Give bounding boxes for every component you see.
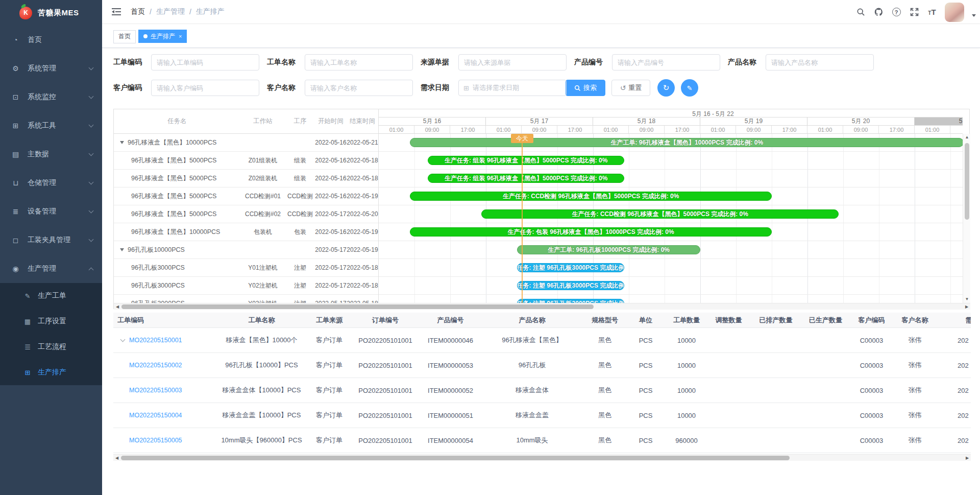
gantt-task-row[interactable]: 96孔孔板10000PCS2022-05-172022-05-19 [114, 241, 378, 259]
sidebar-item-monitor[interactable]: ⊡系统监控 [0, 83, 102, 111]
gantt-task-row[interactable]: 96孔孔板3000PCSY02注塑机注塑2022-05-172022-05-18 [114, 277, 378, 295]
order-link[interactable]: MO202205150005 [129, 437, 182, 444]
gantt-task-row[interactable]: 96孔移液盒【黑色】10000PCS2022-05-162022-05-21 [114, 134, 378, 152]
task-name-cell: 96孔移液盒【黑色】5000PCS [114, 187, 240, 205]
gantt-bar[interactable]: 生产任务: CCD检测 96孔移液盒【黑色】5000PCS 完成比例: 0% [481, 209, 839, 219]
gantt-bar[interactable]: 生产工单: 96孔移液盒【黑色】10000PCS 完成比例: 0% [410, 138, 963, 147]
breadcrumb-item[interactable]: 首页 [131, 7, 145, 16]
gantt-bar[interactable]: 生产任务: 组装 96孔移液盒【黑色】5000PCS 完成比例: 0% [428, 156, 624, 165]
scroll-left-icon[interactable]: ◀ [114, 303, 121, 310]
gantt-task-row[interactable]: 96孔移液盒【黑色】5000PCSCCD检测#01CCD检测2022-05-16… [114, 187, 378, 205]
gantt-task-table-header: 任务名工作站工序开始时间结束时间 [114, 109, 378, 134]
order-link[interactable]: MO202205150002 [129, 362, 182, 369]
gantt-task-row[interactable]: 96孔孔板3000PCSY01注塑机注塑2022-05-172022-05-18 [114, 259, 378, 277]
sidebar-item-master-data[interactable]: ▤主数据 [0, 140, 102, 169]
filter-input[interactable] [612, 54, 720, 70]
tree-expand-icon[interactable] [120, 248, 124, 251]
sidebar-menu: ◔首页⚙系统管理⊡系统监控⊞系统工具▤主数据⊔仓储管理≣设备管理◻工装夹具管理◉… [0, 26, 102, 385]
sidebar-item-home[interactable]: ◔首页 [0, 26, 102, 54]
orders-cell-12: C00003 [847, 437, 896, 444]
gantt-column-1: 工作站 [240, 109, 285, 133]
filter-input[interactable] [151, 54, 259, 70]
gantt-column-2: 工序 [285, 109, 315, 133]
scroll-up-icon[interactable]: ▲ [963, 134, 971, 141]
gantt-hscroll-thumb[interactable] [121, 304, 594, 309]
filter-input[interactable] [151, 80, 259, 96]
filter-input[interactable] [458, 54, 567, 70]
table-row[interactable]: MO202205150001移液盒【黑色】10000个客户订单PO2022051… [113, 328, 971, 353]
gantt-vscroll-thumb[interactable] [965, 143, 969, 220]
scroll-right-icon[interactable]: ▶ [963, 303, 970, 310]
sidebar-item-fixture[interactable]: ◻工装夹具管理 [0, 226, 102, 254]
sidebar-item-process-flow[interactable]: ☰工艺流程 [0, 334, 102, 360]
table-row[interactable]: MO202205150004移液盒盒盖【10000】PCS客户订单PO20220… [113, 403, 971, 428]
record-icon: ◉ [11, 265, 20, 273]
gantt-task-row[interactable]: 96孔移液盒【黑色】5000PCSZ01组装机组装2022-05-162022-… [114, 152, 378, 170]
orders-hscroll-thumb[interactable] [121, 456, 790, 460]
order-link[interactable]: MO202205150003 [129, 387, 182, 394]
filter-input[interactable] [766, 54, 874, 70]
order-link[interactable]: MO202205150001 [129, 337, 182, 344]
gantt-horizontal-scrollbar[interactable]: ◀ ▶ [114, 303, 970, 310]
gantt-task-row[interactable]: 96孔移液盒【黑色】5000PCSCCD检测#02CCD检测2022-05-17… [114, 205, 378, 223]
gantt-hour-tick: 17:00 [450, 126, 486, 133]
start-time-cell: 2022-05-16 [315, 157, 347, 164]
sidebar-toggle-icon[interactable] [111, 7, 121, 16]
sidebar-item-tools[interactable]: ⊞系统工具 [0, 111, 102, 140]
tree-expand-icon[interactable] [120, 141, 124, 144]
sidebar-item-production[interactable]: ◉生产管理 [0, 254, 102, 283]
sidebar-item-warehouse[interactable]: ⊔仓储管理 [0, 169, 102, 197]
gantt-task-row[interactable]: 96孔孔板3000PCSY03注塑机注塑2022-05-172022-05-18 [114, 295, 378, 303]
order-link[interactable]: MO202205150004 [129, 412, 182, 419]
search-icon[interactable] [855, 7, 866, 17]
refresh-button[interactable]: ↻ [657, 79, 675, 97]
search-button[interactable]: 搜索 [566, 80, 605, 96]
chevron-down-icon[interactable] [120, 337, 126, 342]
chevron-down-icon[interactable] [972, 14, 976, 17]
orders-cell-2: 客户订单 [306, 361, 352, 370]
font-size-icon[interactable]: TT [927, 7, 937, 17]
help-icon[interactable]: ? [891, 7, 901, 17]
gantt-day-5月 18: 5月 18 [593, 117, 700, 125]
fullscreen-icon[interactable] [909, 7, 919, 17]
scroll-down-icon[interactable]: ▼ [963, 296, 971, 303]
gantt-bar[interactable]: 生产任务: 注塑 96孔孔板3000PCS 完成比例: 0% [517, 281, 624, 290]
gantt-bar[interactable]: 生产任务: 注塑 96孔孔板3000PCS 完成比例: 0% [517, 263, 624, 272]
gantt-bar[interactable]: 生产任务: 注塑 96孔孔板3000PCS 完成比例: 0% [517, 299, 624, 303]
avatar[interactable] [945, 3, 964, 22]
gantt-bar[interactable]: 生产任务: 组装 96孔移液盒【黑色】5000PCS 完成比例: 0% [428, 174, 624, 183]
reset-button[interactable]: ↺ 重置 [611, 80, 650, 96]
orders-column-8: 工单数量 [664, 313, 709, 327]
table-row[interactable]: MO20220515000296孔孔板【10000】PCS客户订单PO20220… [113, 353, 971, 378]
gantt-bar[interactable]: 生产任务: CCD检测 96孔移液盒【黑色】5000PCS 完成比例: 0% [410, 192, 772, 201]
sidebar-item-process-setting[interactable]: ▦工序设置 [0, 309, 102, 334]
gantt-vertical-scrollbar[interactable]: ▲ ▼ [963, 134, 970, 303]
scroll-right-icon[interactable]: ▶ [964, 455, 971, 461]
close-icon[interactable]: × [179, 34, 182, 39]
sidebar-item-equipment[interactable]: ≣设备管理 [0, 197, 102, 226]
table-row[interactable]: MO20220515000510mm吸头【960000】PCS客户订单PO202… [113, 428, 971, 453]
sidebar-item-scheduling[interactable]: ⊞生产排产 [0, 360, 102, 385]
monitor-icon: ⊡ [11, 93, 20, 101]
tab-生产排产[interactable]: 生产排产× [138, 30, 187, 43]
scroll-left-icon[interactable]: ◀ [113, 455, 120, 461]
filter-group: 客户名称 [267, 80, 413, 96]
gantt-bar[interactable]: 生产工单: 96孔孔板10000PCS 完成比例: 0% [517, 245, 700, 254]
github-icon[interactable] [873, 7, 884, 17]
demand-date-input[interactable]: ⊞请选择需求日期 [458, 80, 567, 96]
app-logo-bar[interactable]: K 苦糖果MES [0, 0, 102, 26]
orders-cell-4: ITEM00000051 [419, 412, 482, 419]
task-name: 96孔移液盒【黑色】10000PCS [128, 138, 216, 147]
gantt-bar[interactable]: 生产任务: 包装 96孔移液盒【黑色】10000PCS 完成比例: 0% [410, 227, 772, 237]
gantt-task-row[interactable]: 96孔移液盒【黑色】10000PCS包装机包装2022-05-162022-05… [114, 223, 378, 241]
orders-cell-5: 96孔移液盒【黑色】 [482, 336, 582, 345]
gantt-task-row[interactable]: 96孔移液盒【黑色】5000PCSZ02组装机组装2022-05-162022-… [114, 170, 378, 187]
tab-首页[interactable]: 首页 [113, 30, 136, 43]
orders-horizontal-scrollbar[interactable]: ◀ ▶ [113, 454, 971, 461]
filter-input[interactable] [305, 80, 413, 96]
filter-input[interactable] [305, 54, 413, 70]
sidebar-item-work-order[interactable]: ✎生产工单 [0, 283, 102, 309]
table-row[interactable]: MO202205150003移液盒盒体【10000】PCS客户订单PO20220… [113, 378, 971, 403]
sidebar-item-system[interactable]: ⚙系统管理 [0, 54, 102, 83]
edit-button[interactable]: ✎ [681, 79, 698, 97]
